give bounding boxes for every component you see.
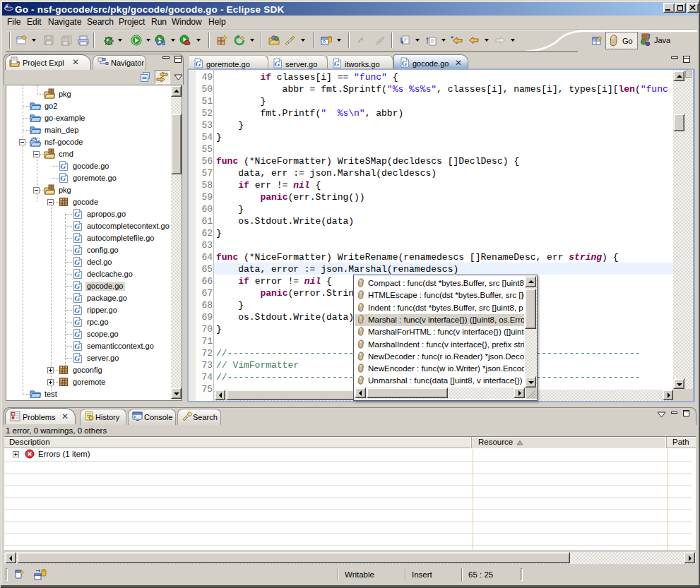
svg-text:G: G bbox=[74, 354, 80, 362]
svg-text:G: G bbox=[74, 270, 80, 278]
svg-text:G: G bbox=[74, 330, 80, 338]
svg-text:G: G bbox=[74, 234, 80, 242]
svg-text:G: G bbox=[74, 246, 80, 254]
svg-text:G: G bbox=[35, 136, 40, 143]
svg-text:J: J bbox=[647, 33, 651, 40]
svg-text:G: G bbox=[74, 318, 80, 326]
svg-text:G: G bbox=[196, 60, 201, 68]
svg-text:G: G bbox=[60, 174, 66, 182]
svg-text:G: G bbox=[74, 210, 80, 218]
svg-text:G: G bbox=[74, 222, 80, 230]
svg-text:G: G bbox=[275, 60, 280, 68]
svg-text:G: G bbox=[334, 60, 340, 68]
svg-text:G: G bbox=[74, 258, 80, 266]
svg-text:G: G bbox=[74, 294, 80, 302]
svg-text:G: G bbox=[74, 282, 80, 290]
svg-text:G: G bbox=[74, 306, 80, 314]
svg-text:G: G bbox=[60, 162, 66, 170]
svg-text:G: G bbox=[402, 59, 408, 67]
svg-text:G: G bbox=[74, 342, 80, 350]
